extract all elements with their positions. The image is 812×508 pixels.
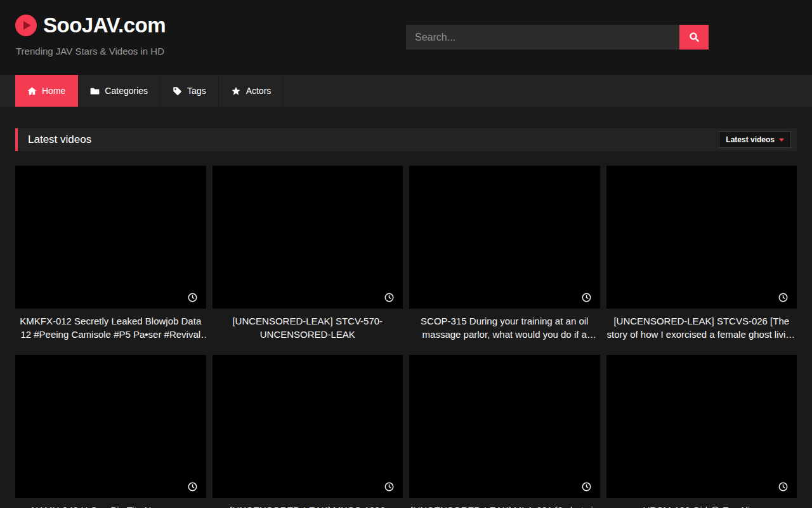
nav-item-categories[interactable]: Categories (78, 75, 160, 107)
clock-icon (778, 293, 788, 302)
video-thumbnail[interactable] (213, 355, 403, 498)
sort-dropdown-button[interactable]: Latest videos (719, 131, 791, 148)
video-title[interactable]: KMKFX-012 Secretly Leaked Blowjob Data 1… (15, 314, 206, 341)
star-icon (231, 86, 241, 96)
caret-down-icon (779, 138, 784, 142)
video-title[interactable]: [UNCENSORED-LEAK] STCV-570-UNCENSORED-LE… (213, 314, 403, 341)
video-title[interactable]: [UNCENSORED-LEAK] STCVS-026 [The story o… (606, 314, 797, 341)
video-title[interactable]: NAMH-042 H Cup Big Tits Newcomer (170cm … (15, 504, 206, 508)
video-title[interactable]: SCOP-315 During your training at an oil … (409, 314, 600, 341)
nav-item-tags[interactable]: Tags (160, 75, 219, 107)
clock-icon (188, 482, 197, 491)
main-nav: Home Categories Tags Actors (0, 75, 812, 107)
clock-icon (384, 482, 394, 491)
video-card: [UNCENSORED-LEAK] MXGS-1296 Absolutely (213, 355, 403, 508)
video-grid: KMKFX-012 Secretly Leaked Blowjob Data 1… (15, 166, 797, 508)
site-header: SooJAV.com Trending JAV Stars & Videos i… (0, 0, 812, 75)
nav-item-label: Categories (105, 86, 148, 96)
section-title: Latest videos (28, 133, 91, 146)
clock-icon (582, 293, 591, 302)
clock-icon (582, 482, 591, 491)
clock-icon (384, 293, 394, 302)
video-title[interactable]: [UNCENSORED-LEAK] MLA-231 [3 shots in (409, 504, 600, 508)
video-thumbnail[interactable] (15, 355, 206, 498)
nav-item-label: Home (42, 86, 65, 96)
site-logo[interactable]: SooJAV.com (15, 15, 166, 36)
video-thumbnail[interactable] (606, 355, 797, 498)
video-thumbnail[interactable] (409, 355, 600, 498)
video-title[interactable]: URSM-186 Girl @ Era Alice (606, 504, 797, 508)
video-card: [UNCENSORED-LEAK] STCVS-026 [The story o… (606, 166, 797, 341)
video-card: [UNCENSORED-LEAK] MLA-231 [3 shots in (409, 355, 600, 508)
logo-text: SooJAV.com (43, 15, 166, 36)
section-header-bar: Latest videos Latest videos (15, 128, 797, 151)
video-thumbnail[interactable] (15, 166, 206, 309)
main-content: Latest videos Latest videos KMKFX-012 Se… (0, 128, 812, 508)
nav-item-label: Actors (246, 86, 272, 96)
video-card: [UNCENSORED-LEAK] STCV-570-UNCENSORED-LE… (213, 166, 403, 341)
search-button[interactable] (679, 25, 709, 50)
nav-item-actors[interactable]: Actors (219, 75, 284, 107)
sort-dropdown-label: Latest videos (726, 135, 775, 144)
video-title[interactable]: [UNCENSORED-LEAK] MXGS-1296 Absolutely (213, 504, 403, 508)
video-card: URSM-186 Girl @ Era Alice (606, 355, 797, 508)
video-card: NAMH-042 H Cup Big Tits Newcomer (170cm … (15, 355, 206, 508)
nav-item-home[interactable]: Home (15, 75, 78, 107)
video-card: KMKFX-012 Secretly Leaked Blowjob Data 1… (15, 166, 206, 341)
site-tagline: Trending JAV Stars & Videos in HD (16, 46, 164, 57)
search-input[interactable] (406, 25, 679, 50)
nav-item-label: Tags (187, 86, 206, 96)
video-thumbnail[interactable] (213, 166, 403, 309)
clock-icon (188, 293, 197, 302)
video-thumbnail[interactable] (409, 166, 600, 309)
search-icon (689, 32, 700, 43)
home-icon (27, 86, 37, 96)
video-card: SCOP-315 During your training at an oil … (409, 166, 600, 341)
search-form (406, 25, 709, 50)
tag-icon (173, 86, 182, 96)
clock-icon (778, 482, 788, 491)
play-circle-icon (15, 15, 37, 36)
folder-icon (90, 86, 100, 96)
video-thumbnail[interactable] (606, 166, 797, 309)
